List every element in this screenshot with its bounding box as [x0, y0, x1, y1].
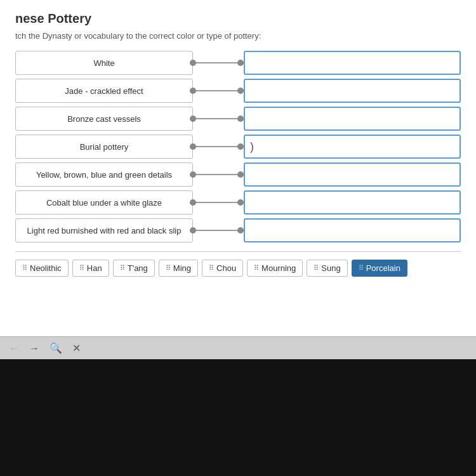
tile-sung[interactable]: ⠿Sung — [307, 260, 347, 277]
connector-3 — [193, 107, 244, 131]
connector-2 — [193, 79, 244, 103]
tile-porcelain[interactable]: ⠿Porcelain — [352, 260, 407, 277]
connector-dot-right-7 — [237, 227, 244, 234]
left-label-4: Burial pottery — [15, 135, 193, 159]
connector-dot-left-6 — [190, 199, 196, 206]
right-drop-1[interactable] — [244, 51, 461, 75]
connector-line-7 — [193, 230, 244, 231]
connector-dot-left-5 — [190, 171, 196, 178]
match-row-4: Burial pottery) — [15, 135, 461, 159]
connector-1 — [193, 51, 244, 75]
tile-dots-ming: ⠿ — [166, 264, 170, 272]
right-drop-2[interactable] — [244, 79, 461, 103]
tile-label-mourning: Mourning — [261, 263, 296, 273]
connector-line-5 — [193, 174, 244, 175]
left-label-7: Light red burnished with red and black s… — [15, 218, 193, 242]
connector-dot-left-1 — [190, 60, 196, 66]
match-row-2: Jade - crackled effect — [15, 79, 461, 103]
connector-dot-left-2 — [190, 88, 196, 94]
tile-dots-sung: ⠿ — [314, 264, 318, 272]
tile-dots-porcelain: ⠿ — [359, 264, 363, 272]
connector-5 — [193, 162, 244, 187]
match-row-1: White — [15, 51, 461, 75]
tile-han[interactable]: ⠿Han — [72, 260, 109, 277]
right-drop-3[interactable] — [244, 107, 461, 131]
matching-area: WhiteJade - crackled effectBronze cast v… — [15, 51, 461, 242]
match-row-5: Yellow, brown, blue and green details — [15, 162, 461, 187]
connector-line-2 — [193, 90, 244, 91]
tile-chou[interactable]: ⠿Chou — [202, 260, 243, 277]
forward-button[interactable]: → — [27, 341, 42, 355]
connector-line-6 — [193, 202, 244, 203]
back-button[interactable]: ← — [6, 341, 22, 355]
tile-dots-neolithic: ⠿ — [22, 264, 27, 272]
left-label-1: White — [15, 51, 193, 75]
match-row-3: Bronze cast vessels — [15, 107, 461, 131]
tile-dots-chou: ⠿ — [209, 264, 213, 272]
tile-dots-tang: ⠿ — [120, 264, 124, 272]
right-drop-4[interactable]: ) — [244, 135, 461, 159]
page-content: nese Pottery tch the Dynasty or vocabula… — [0, 0, 476, 336]
connector-dot-right-5 — [237, 171, 244, 178]
search-button[interactable]: 🔍 — [47, 341, 65, 355]
tile-label-tang: T'ang — [128, 263, 148, 273]
tile-label-porcelain: Porcelain — [366, 263, 400, 273]
connector-dot-left-4 — [190, 143, 196, 150]
tile-dots-han: ⠿ — [79, 264, 84, 272]
tile-label-sung: Sung — [321, 263, 340, 273]
connector-line-3 — [193, 118, 244, 119]
tile-dots-mourning: ⠿ — [254, 264, 258, 272]
connector-dot-left-7 — [190, 227, 196, 234]
connector-4 — [193, 135, 244, 159]
tile-label-ming: Ming — [173, 263, 191, 273]
connector-dot-right-1 — [237, 60, 244, 66]
right-drop-5[interactable] — [244, 162, 461, 187]
connector-dot-right-6 — [237, 199, 244, 206]
connector-dot-right-4 — [237, 143, 244, 150]
tile-ming[interactable]: ⠿Ming — [159, 260, 198, 277]
connector-line-4 — [193, 146, 244, 147]
left-label-2: Jade - crackled effect — [15, 79, 193, 103]
browser-window: nese Pottery tch the Dynasty or vocabula… — [0, 0, 476, 336]
match-row-7: Light red burnished with red and black s… — [15, 218, 461, 242]
connector-dot-right-2 — [237, 88, 244, 94]
answer-tiles-container: ⠿Neolithic⠿Han⠿T'ang⠿Ming⠿Chou⠿Mourning⠿… — [15, 255, 461, 279]
right-drop-6[interactable] — [244, 190, 461, 215]
tile-mourning[interactable]: ⠿Mourning — [247, 260, 303, 277]
right-drop-7[interactable] — [244, 218, 461, 242]
tile-neolithic[interactable]: ⠿Neolithic — [15, 260, 69, 277]
left-label-6: Cobalt blue under a white glaze — [15, 190, 193, 215]
match-row-6: Cobalt blue under a white glaze — [15, 190, 461, 215]
connector-6 — [193, 190, 244, 215]
instructions-text: tch the Dynasty or vocabulary to the cor… — [15, 31, 461, 41]
separator — [15, 251, 461, 252]
left-label-3: Bronze cast vessels — [15, 107, 193, 131]
connector-dot-right-3 — [237, 116, 244, 122]
tile-label-han: Han — [87, 263, 102, 273]
tile-label-neolithic: Neolithic — [30, 263, 62, 273]
browser-toolbar: ← → 🔍 ✕ — [0, 336, 476, 359]
close-button[interactable]: ✕ — [70, 341, 83, 355]
tile-label-chou: Chou — [216, 263, 236, 273]
tile-tang[interactable]: ⠿T'ang — [113, 260, 155, 277]
connector-7 — [193, 218, 244, 242]
connector-line-1 — [193, 62, 244, 63]
page-title: nese Pottery — [15, 11, 461, 26]
left-label-5: Yellow, brown, blue and green details — [15, 162, 193, 187]
connector-dot-left-3 — [190, 116, 196, 122]
